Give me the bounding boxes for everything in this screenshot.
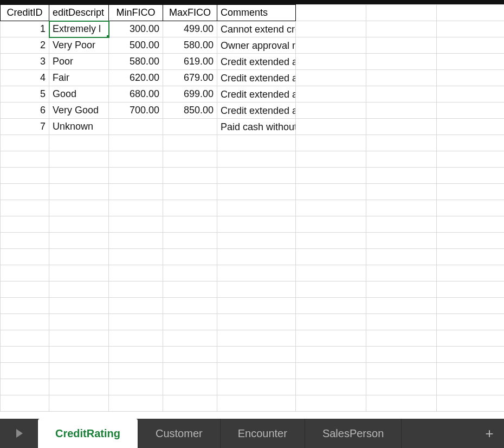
cell-maxfico[interactable]: 699.00 xyxy=(163,86,217,103)
cell-empty[interactable] xyxy=(109,395,163,412)
cell-description[interactable]: Very Poor xyxy=(49,37,109,54)
cell-creditid[interactable]: 5 xyxy=(1,86,49,103)
cell-empty[interactable] xyxy=(1,249,49,265)
cell-comments[interactable]: Credit extended at extremely high intere… xyxy=(217,54,296,70)
sheet-tab-encounter[interactable]: Encounter xyxy=(221,419,305,448)
cell-empty[interactable] xyxy=(437,103,505,119)
cell-empty[interactable] xyxy=(437,216,505,233)
cell-empty[interactable] xyxy=(296,70,366,86)
cell-creditid[interactable]: 4 xyxy=(1,70,49,86)
cell-empty[interactable] xyxy=(437,200,505,216)
cell-maxfico[interactable]: 850.00 xyxy=(163,103,217,119)
cell-empty[interactable] xyxy=(49,298,109,314)
cell-empty[interactable] xyxy=(109,330,163,347)
cell-description[interactable]: Unknown xyxy=(49,119,109,135)
cell-description[interactable]: Very Good xyxy=(49,103,109,119)
cell-empty[interactable] xyxy=(109,168,163,184)
cell-comments[interactable]: Credit extended at normal interest rates xyxy=(217,86,296,103)
cell-empty[interactable] xyxy=(296,168,366,184)
cell-empty[interactable] xyxy=(437,135,505,151)
cell-empty[interactable] xyxy=(437,5,505,21)
cell-empty[interactable] xyxy=(296,265,366,281)
cell-description[interactable]: Fair xyxy=(49,70,109,86)
cell-empty[interactable] xyxy=(1,184,49,200)
cell-empty[interactable] xyxy=(163,330,217,347)
cell-empty[interactable] xyxy=(296,249,366,265)
cell-empty[interactable] xyxy=(217,151,296,168)
cell-empty[interactable] xyxy=(1,233,49,249)
cell-empty[interactable] xyxy=(49,363,109,379)
cell-empty[interactable] xyxy=(366,5,437,21)
cell-empty[interactable] xyxy=(217,249,296,265)
sheet-nav-button[interactable] xyxy=(0,419,38,448)
cell-empty[interactable] xyxy=(1,265,49,281)
cell-empty[interactable] xyxy=(163,298,217,314)
cell-empty[interactable] xyxy=(49,347,109,363)
cell-empty[interactable] xyxy=(366,184,437,200)
cell-empty[interactable] xyxy=(163,395,217,412)
cell-empty[interactable] xyxy=(1,314,49,330)
cell-empty[interactable] xyxy=(217,347,296,363)
cell-minfico[interactable] xyxy=(109,119,163,135)
cell-empty[interactable] xyxy=(1,379,49,395)
cell-empty[interactable] xyxy=(217,216,296,233)
cell-empty[interactable] xyxy=(217,363,296,379)
cell-empty[interactable] xyxy=(163,168,217,184)
cell-empty[interactable] xyxy=(49,281,109,298)
cell-empty[interactable] xyxy=(1,330,49,347)
cell-empty[interactable] xyxy=(296,54,366,70)
cell-empty[interactable] xyxy=(217,200,296,216)
cell-empty[interactable] xyxy=(109,298,163,314)
cell-empty[interactable] xyxy=(1,281,49,298)
cell-empty[interactable] xyxy=(109,216,163,233)
cell-empty[interactable] xyxy=(366,54,437,70)
cell-empty[interactable] xyxy=(437,168,505,184)
cell-empty[interactable] xyxy=(366,298,437,314)
cell-empty[interactable] xyxy=(296,347,366,363)
cell-empty[interactable] xyxy=(217,298,296,314)
cell-comments[interactable]: Owner approval required to extend credit xyxy=(217,37,296,54)
cell-empty[interactable] xyxy=(49,265,109,281)
cell-empty[interactable] xyxy=(49,379,109,395)
cell-empty[interactable] xyxy=(437,314,505,330)
cell-empty[interactable] xyxy=(217,330,296,347)
cell-minfico[interactable]: 580.00 xyxy=(109,54,163,70)
cell-empty[interactable] xyxy=(296,379,366,395)
cell-description[interactable]: Poor xyxy=(49,54,109,70)
cell-empty[interactable] xyxy=(217,184,296,200)
cell-minfico[interactable]: 500.00 xyxy=(109,37,163,54)
cell-creditid[interactable]: 3 xyxy=(1,54,49,70)
cell-empty[interactable] xyxy=(437,184,505,200)
cell-empty[interactable] xyxy=(296,86,366,103)
sheet-tab-salesperson[interactable]: SalesPerson xyxy=(305,419,402,448)
cell-empty[interactable] xyxy=(109,233,163,249)
cell-empty[interactable] xyxy=(217,233,296,249)
cell-empty[interactable] xyxy=(217,135,296,151)
cell-empty[interactable] xyxy=(163,379,217,395)
cell-empty[interactable] xyxy=(296,395,366,412)
cell-empty[interactable] xyxy=(109,135,163,151)
cell-empty[interactable] xyxy=(366,395,437,412)
cell-empty[interactable] xyxy=(163,249,217,265)
cell-empty[interactable] xyxy=(437,330,505,347)
cell-empty[interactable] xyxy=(366,119,437,135)
cell-empty[interactable] xyxy=(1,363,49,379)
cell-empty[interactable] xyxy=(163,347,217,363)
cell-empty[interactable] xyxy=(296,330,366,347)
cell-empty[interactable] xyxy=(49,135,109,151)
cell-empty[interactable] xyxy=(437,119,505,135)
cell-description[interactable]: Extremely l xyxy=(49,21,109,37)
cell-empty[interactable] xyxy=(366,103,437,119)
cell-empty[interactable] xyxy=(437,265,505,281)
cell-empty[interactable] xyxy=(163,184,217,200)
cell-empty[interactable] xyxy=(296,298,366,314)
cell-empty[interactable] xyxy=(163,363,217,379)
cell-empty[interactable] xyxy=(366,135,437,151)
cell-minfico[interactable]: 620.00 xyxy=(109,70,163,86)
cell-empty[interactable] xyxy=(217,265,296,281)
cell-empty[interactable] xyxy=(296,119,366,135)
cell-empty[interactable] xyxy=(296,21,366,37)
cell-empty[interactable] xyxy=(1,135,49,151)
cell-empty[interactable] xyxy=(437,298,505,314)
cell-empty[interactable] xyxy=(163,200,217,216)
